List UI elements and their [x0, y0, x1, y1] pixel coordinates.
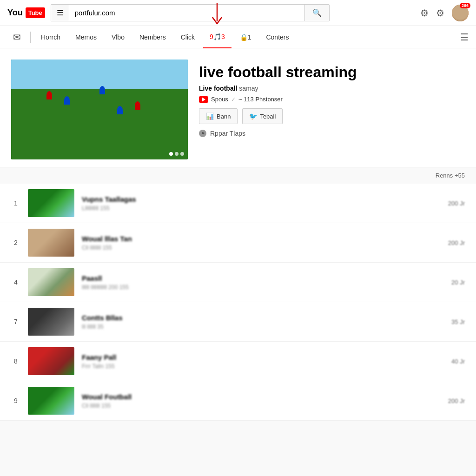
- header: You Tube ☰ 🔍 ⚙ ⚙ 266: [0, 0, 476, 26]
- result-number: 9: [11, 397, 20, 404]
- featured-title: live football streaming: [199, 63, 465, 81]
- result-thumbnail: [28, 229, 74, 257]
- subtitle-rest: samay: [239, 85, 258, 92]
- avatar-badge: 266: [460, 3, 470, 8]
- avatar-container[interactable]: 266: [452, 5, 469, 21]
- nav-item-903[interactable]: 9🎵3: [203, 26, 231, 48]
- player-red-1: [46, 91, 52, 99]
- result-number: 8: [11, 357, 20, 365]
- result-thumbnail: [28, 308, 74, 336]
- bann-icon: 📊: [206, 112, 214, 120]
- nav-home-icon[interactable]: ✉: [7, 32, 26, 43]
- channel-verify: ✓: [231, 96, 236, 103]
- table-row[interactable]: 7 Contts Bllas lll lllllll 35 35 Jr: [0, 302, 476, 342]
- result-views: 20 Jr: [451, 279, 465, 286]
- result-title: Contts Bllas: [82, 314, 444, 322]
- result-meta: Frrr Talln 155: [82, 363, 444, 370]
- featured-info: live football streaming Live football sa…: [199, 60, 465, 159]
- bann-label: Bann: [217, 113, 231, 120]
- action-buttons: 📊 Bann 🐦 Teball: [199, 108, 465, 124]
- result-number: 2: [11, 239, 20, 246]
- flag-icon: ⚑: [199, 130, 206, 137]
- channel-name: Spous: [211, 96, 228, 103]
- report-row: ⚑ Rppar Tlaps: [199, 130, 465, 137]
- teball-icon: 🐦: [249, 112, 257, 120]
- logo-you-text: You: [7, 8, 23, 18]
- result-meta: Cll llllllll 155: [82, 403, 441, 409]
- main-content: live football streaming Live football sa…: [0, 48, 476, 421]
- result-meta: llllll lllllllllllll 200 155: [82, 284, 444, 291]
- thumb-person: [28, 229, 74, 257]
- nav-item-lock[interactable]: 🔒1: [233, 26, 258, 48]
- player-blue-1: [64, 96, 70, 105]
- search-menu-icon[interactable]: ☰: [51, 5, 69, 21]
- result-thumbnail: [28, 347, 74, 375]
- thumb-dark: [28, 308, 74, 336]
- play-triangle: [202, 97, 205, 102]
- result-meta: Llllllllllll 155: [82, 205, 441, 212]
- table-row[interactable]: 2 Woual lllas Tan Cll lllllllll 155 200 …: [0, 223, 476, 263]
- thumb-football: [28, 189, 74, 217]
- thumb-football-2: [28, 387, 74, 415]
- featured-section: live football streaming Live football sa…: [0, 48, 476, 167]
- result-title: Woual Foutball: [82, 393, 441, 401]
- table-row[interactable]: 1 Vupns Taallagas Llllllllllll 155 200 J…: [0, 184, 476, 223]
- search-button[interactable]: 🔍: [304, 5, 329, 21]
- result-info: Woual lllas Tan Cll lllllllll 155: [82, 235, 441, 251]
- result-title: Faany Pall: [82, 353, 444, 361]
- result-info: Woual Foutball Cll llllllll 155: [82, 393, 441, 409]
- nav-903-label: 9🎵3: [210, 33, 225, 40]
- nav-item-conters[interactable]: Conters: [259, 26, 295, 48]
- nav-item-memos[interactable]: Memos: [69, 26, 103, 48]
- result-views: 40 Jr: [451, 358, 465, 365]
- thumb-mixed: [28, 268, 74, 296]
- nav-item-nembers[interactable]: Nembers: [133, 26, 172, 48]
- result-title: Vupns Taallagas: [82, 195, 441, 203]
- result-number: 1: [11, 199, 20, 207]
- result-views: 200 Jr: [448, 200, 465, 207]
- results-label: Renns +55: [436, 172, 465, 179]
- bann-button[interactable]: 📊 Bann: [199, 108, 238, 124]
- search-input[interactable]: [69, 5, 304, 21]
- nav-bar: ✉ Horrch Memos Vlbo Nembers Click 9🎵3 🔒1…: [0, 26, 476, 48]
- nav-item-horrch[interactable]: Horrch: [34, 26, 67, 48]
- yt-icon: [199, 96, 208, 103]
- thumb-action: [28, 347, 74, 375]
- result-info: Faany Pall Frrr Talln 155: [82, 353, 444, 370]
- result-info: Paasll llllll lllllllllllll 200 155: [82, 274, 444, 291]
- teball-label: Teball: [260, 113, 276, 120]
- lock-icon: 🔒: [240, 33, 248, 41]
- subtitle-bold: Live football: [199, 85, 237, 92]
- logo[interactable]: You Tube: [7, 7, 45, 18]
- table-row[interactable]: 4 Paasll llllll lllllllllllll 200 155 20…: [0, 263, 476, 302]
- football-field-bg: [11, 60, 188, 159]
- thumbnail-dots: [169, 152, 184, 156]
- logo-tube-text: Tube: [26, 7, 45, 18]
- report-text: Rppar Tlaps: [210, 130, 245, 137]
- result-info: Vupns Taallagas Llllllllllll 155: [82, 195, 441, 212]
- result-meta: Cll lllllllll 155: [82, 245, 441, 251]
- settings-icon-1[interactable]: ⚙: [420, 7, 429, 19]
- table-row[interactable]: 9 Woual Foutball Cll llllllll 155 200 Jr: [0, 381, 476, 421]
- result-views: 35 Jr: [451, 318, 465, 325]
- nav-item-vlbo[interactable]: Vlbo: [105, 26, 131, 48]
- channel-row: Spous ✓ ~ 113 Phstonser: [199, 96, 465, 103]
- teball-button[interactable]: 🐦 Teball: [242, 108, 283, 124]
- nav-item-click[interactable]: Click: [174, 26, 201, 48]
- settings-icon-2[interactable]: ⚙: [436, 7, 444, 19]
- dot-1: [169, 152, 173, 156]
- result-list: 1 Vupns Taallagas Llllllllllll 155 200 J…: [0, 184, 476, 421]
- featured-subtitle: Live football samay: [199, 85, 465, 92]
- result-thumbnail: [28, 387, 74, 415]
- result-thumbnail: [28, 268, 74, 296]
- dot-2: [175, 152, 178, 156]
- featured-thumbnail[interactable]: [11, 60, 188, 159]
- result-views: 200 Jr: [448, 239, 465, 246]
- dot-3: [180, 152, 184, 156]
- table-row[interactable]: 8 Faany Pall Frrr Talln 155 40 Jr: [0, 342, 476, 381]
- results-bar: Renns +55: [0, 167, 476, 184]
- nav-end-menu[interactable]: ☰: [460, 32, 469, 43]
- player-red-2: [135, 101, 140, 110]
- result-number: 4: [11, 278, 20, 286]
- nav-divider: [30, 32, 31, 43]
